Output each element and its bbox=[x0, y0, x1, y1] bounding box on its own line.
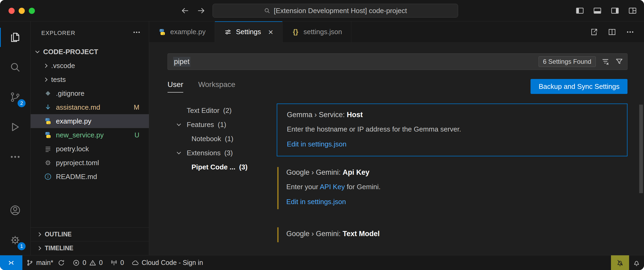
zoom-window-button[interactable] bbox=[29, 8, 35, 14]
python-file-icon bbox=[158, 28, 166, 36]
source-control-badge: 2 bbox=[18, 99, 26, 107]
minimize-window-button[interactable] bbox=[19, 8, 25, 14]
activity-more[interactable] bbox=[0, 142, 30, 172]
results-count-badge: 6 Settings Found bbox=[539, 56, 596, 67]
toggle-secondary-sidebar-icon[interactable] bbox=[610, 6, 619, 15]
tab-example-py[interactable]: example.py bbox=[149, 21, 215, 42]
close-icon[interactable]: × bbox=[268, 28, 273, 36]
setting-title: Gemma › Service: Host bbox=[287, 110, 619, 119]
command-center[interactable]: [Extension Development Host] code-projec… bbox=[213, 4, 458, 18]
remote-indicator[interactable] bbox=[0, 255, 22, 270]
tree-item-readme-md[interactable]: README.md bbox=[31, 170, 149, 184]
cloud-icon bbox=[132, 259, 139, 267]
python-file-icon bbox=[44, 117, 52, 125]
notifications-status-item[interactable] bbox=[629, 255, 644, 270]
file-tree: CODE-PROJECT .vscode tests .gitignore bbox=[31, 45, 149, 184]
tree-item-example-py[interactable]: example.py bbox=[31, 114, 149, 128]
status-bar-right bbox=[611, 255, 644, 270]
tree-item-vscode[interactable]: .vscode bbox=[31, 59, 149, 73]
tree-item-gitignore[interactable]: .gitignore bbox=[31, 86, 149, 100]
more-actions-icon[interactable] bbox=[626, 28, 634, 36]
chevron-right-icon bbox=[43, 77, 48, 82]
back-icon[interactable] bbox=[181, 6, 190, 15]
git-status-badge: U bbox=[134, 131, 139, 139]
activity-explorer[interactable] bbox=[0, 22, 30, 52]
problems-status-item[interactable]: 0 0 bbox=[69, 255, 107, 270]
layout-controls bbox=[575, 0, 637, 21]
timeline-section[interactable]: TIMELINE bbox=[31, 241, 149, 255]
setting-google-gemini-api-key[interactable]: Google › Gemini: Api Key Enter your API … bbox=[277, 163, 627, 212]
editor-area: example.py Settings × {} settings.json bbox=[149, 21, 644, 255]
open-settings-json-icon[interactable] bbox=[590, 28, 598, 36]
settings-content: Text Editor (2) Features (1) Notebook (1… bbox=[168, 104, 627, 253]
toc-extensions[interactable]: Extensions (3) bbox=[168, 146, 271, 160]
editor-actions bbox=[590, 21, 644, 42]
tree-item-poetry-lock[interactable]: poetry.lock bbox=[31, 142, 149, 156]
settings-search-input[interactable]: pipet 6 Settings Found bbox=[168, 53, 627, 70]
setting-gemma-service-host[interactable]: Gemma › Service: Host Enter the hostname… bbox=[277, 104, 627, 156]
activity-run-debug[interactable] bbox=[0, 112, 30, 142]
run-debug-icon bbox=[9, 121, 21, 133]
markdown-file-icon bbox=[44, 103, 52, 111]
git-file-icon bbox=[44, 89, 52, 97]
git-branch-icon bbox=[26, 259, 34, 267]
setting-description: Enter your API Key for Gemini. bbox=[286, 182, 619, 191]
activity-source-control[interactable]: 2 bbox=[0, 82, 30, 112]
chevron-down-icon bbox=[177, 122, 181, 126]
edit-in-settings-json-link[interactable]: Edit in settings.json bbox=[286, 197, 619, 206]
activity-accounts[interactable] bbox=[0, 195, 30, 225]
more-icon bbox=[9, 151, 21, 163]
scope-tab-workspace[interactable]: Workspace bbox=[198, 80, 235, 93]
explorer-actions[interactable] bbox=[132, 28, 141, 38]
tree-item-pyproject-toml[interactable]: pyproject.toml bbox=[31, 156, 149, 170]
toc-notebook[interactable]: Notebook (1) bbox=[168, 132, 271, 146]
sync-status-item[interactable] bbox=[57, 255, 69, 270]
setting-google-gemini-text-model[interactable]: Google › Gemini: Text Model bbox=[277, 223, 627, 245]
warning-icon bbox=[89, 259, 96, 267]
settings-editor: pipet 6 Settings Found User Workspace bbox=[149, 43, 644, 255]
tree-item-new-service-py[interactable]: new_service.py U bbox=[31, 128, 149, 142]
command-center-title: [Extension Development Host] code-projec… bbox=[274, 7, 407, 15]
toc-features[interactable]: Features (1) bbox=[168, 118, 271, 132]
explorer-title: EXPLORER bbox=[41, 30, 75, 37]
close-window-button[interactable] bbox=[9, 8, 15, 14]
python-file-icon bbox=[44, 131, 52, 139]
tab-settings[interactable]: Settings × bbox=[215, 21, 283, 42]
ports-status-item[interactable]: 0 bbox=[107, 255, 128, 270]
chevron-right-icon bbox=[37, 232, 41, 237]
search-icon bbox=[264, 7, 271, 14]
activity-settings[interactable]: 1 bbox=[0, 225, 30, 255]
toc-pipet-code[interactable]: Pipet Code ... (3) bbox=[168, 160, 271, 174]
toggle-primary-sidebar-icon[interactable] bbox=[575, 6, 584, 15]
scope-tab-user[interactable]: User bbox=[168, 80, 183, 93]
search-icon bbox=[9, 61, 21, 73]
tree-root-code-project[interactable]: CODE-PROJECT bbox=[31, 45, 149, 59]
branch-status-item[interactable]: main* bbox=[22, 255, 57, 270]
split-editor-icon[interactable] bbox=[608, 28, 616, 36]
chevron-down-icon bbox=[177, 150, 181, 154]
scrollbar[interactable] bbox=[639, 105, 643, 193]
forward-icon[interactable] bbox=[197, 6, 206, 15]
toc-text-editor[interactable]: Text Editor (2) bbox=[168, 104, 271, 118]
search-value: pipet bbox=[173, 57, 190, 67]
tab-settings-json[interactable]: {} settings.json bbox=[283, 21, 352, 42]
activity-search[interactable] bbox=[0, 52, 30, 82]
api-key-link[interactable]: API Key bbox=[320, 183, 345, 191]
tree-item-tests[interactable]: tests bbox=[31, 73, 149, 86]
backup-sync-settings-button[interactable]: Backup and Sync Settings bbox=[531, 79, 627, 94]
tree-item-assistance-md[interactable]: assistance.md M bbox=[31, 100, 149, 114]
notifications-muted-status-item[interactable] bbox=[611, 255, 629, 270]
clear-search-filters-icon[interactable] bbox=[601, 57, 610, 66]
customize-layout-icon[interactable] bbox=[628, 6, 637, 15]
git-status-badge: M bbox=[134, 104, 139, 111]
toggle-panel-icon[interactable] bbox=[593, 6, 602, 15]
tab-bar: example.py Settings × {} settings.json bbox=[149, 21, 644, 43]
outline-section[interactable]: OUTLINE bbox=[31, 227, 149, 241]
nav-group: [Extension Development Host] code-projec… bbox=[181, 0, 458, 21]
edit-in-settings-json-link[interactable]: Edit in settings.json bbox=[287, 140, 619, 148]
setting-description: Enter the hostname or IP address for the… bbox=[287, 125, 619, 133]
filter-icon[interactable] bbox=[615, 57, 623, 66]
settings-toc: Text Editor (2) Features (1) Notebook (1… bbox=[168, 104, 271, 253]
cloud-code-status-item[interactable]: Cloud Code - Sign in bbox=[128, 255, 207, 270]
account-icon bbox=[9, 204, 21, 216]
